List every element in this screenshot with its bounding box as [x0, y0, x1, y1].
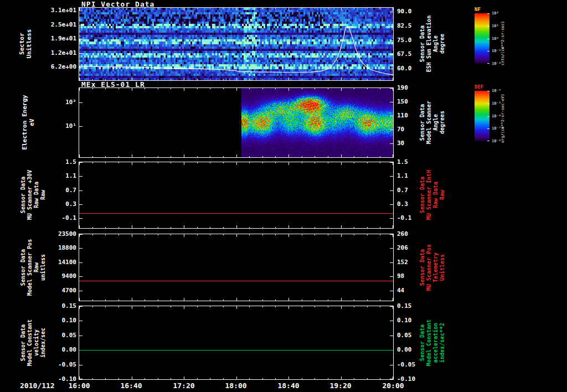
time-tick-1840: 18:40 — [262, 381, 315, 390]
tick-label: 3.1e+01 — [51, 7, 76, 14]
tick-label: 10² — [65, 99, 76, 106]
tick-label: 260 — [397, 230, 408, 238]
colorbar-def-unit: erg/(cm**2-sr-sec-eV) — [501, 90, 505, 143]
tick-label: 206 — [397, 244, 408, 251]
tick-label: 0.10 — [397, 317, 412, 324]
tick-label: 0.3 — [65, 200, 76, 208]
tick-label: 0.05 — [62, 332, 77, 339]
time-tick-1640: 16:40 — [105, 381, 157, 390]
panel1-title: NPI Vector Data — [81, 0, 154, 8]
tick-label: -0.1 — [397, 214, 412, 221]
colorbar-def — [475, 91, 489, 141]
axis-title-model-acceleration: Sensor Data Model Constant acceleration … — [419, 306, 446, 379]
axis-title-mu-scanner-30v: Sensor Data MU Scanner +30V Raw Data Raw — [20, 162, 47, 228]
panel-scanner-pos — [79, 234, 394, 301]
tick-label: 1.5 — [65, 158, 76, 166]
tick-label: 152 — [397, 259, 408, 266]
tick-label: 1.5 — [397, 158, 408, 166]
colorbar-nf — [475, 13, 489, 64]
model-constant-canvas — [79, 306, 393, 379]
tick-label: 10⁻² — [492, 61, 501, 66]
tick-label: 67.5 — [397, 50, 412, 58]
tick-label: 10⁻⁴ — [492, 89, 501, 93]
axis-title-sector: Sector Unitless — [18, 8, 33, 80]
tick-label: 9400 — [62, 272, 77, 280]
time-tick-1720: 17:20 — [158, 381, 210, 390]
tick-label: 10⁻⁷ — [492, 126, 501, 131]
tick-label: 10⁰ — [492, 37, 499, 41]
time-tick-2000: 20:00 — [367, 381, 419, 390]
tick-label: 0.00 — [62, 346, 77, 353]
tick-label: 82.5 — [397, 22, 412, 29]
tick-label: 0.3 — [397, 200, 408, 208]
tick-label: 10² — [492, 11, 499, 16]
tick-label: 70 — [397, 126, 404, 133]
tick-label: 30 — [397, 140, 404, 147]
tick-label: 1.2e+01 — [51, 49, 76, 56]
tick-label: 14100 — [58, 259, 76, 266]
tick-label: 60.0 — [397, 65, 412, 72]
els-spectrogram-canvas — [79, 88, 393, 157]
tick-label: 23500 — [58, 230, 76, 238]
scanner-pos-canvas — [79, 234, 393, 301]
date-label: 2010/112 — [20, 381, 55, 390]
tick-label: 6.2e+00 — [51, 63, 76, 70]
tick-label: 10⁻¹ — [492, 49, 501, 53]
tick-label: 10¹ — [492, 24, 499, 28]
tick-label: 0.15 — [62, 302, 77, 310]
tick-label: 150 — [397, 98, 408, 105]
npi-spectrogram-canvas — [79, 8, 393, 80]
axis-title-scanner-pos-raw: Sensor Data Model Scanner Pos Raw unitle… — [20, 234, 47, 301]
tick-label: -0.05 — [58, 361, 76, 368]
tick-label: 2.5e+01 — [51, 21, 76, 28]
tick-label: 1.1 — [65, 172, 76, 179]
tick-label: 44 — [397, 287, 404, 294]
tick-label: -0.10 — [58, 375, 76, 383]
tick-label: 4700 — [62, 287, 77, 294]
tick-label: 90.0 — [397, 8, 412, 15]
tick-label: 190 — [397, 84, 408, 91]
tick-label: -0.1 — [62, 214, 77, 221]
tick-label: -0.10 — [397, 375, 415, 383]
tick-label: 0.7 — [397, 187, 408, 194]
tick-label: 10⁻⁶ — [492, 114, 501, 118]
tick-label: 0.05 — [397, 332, 412, 339]
tick-label: 1.1 — [397, 172, 408, 179]
tick-label: 98 — [397, 272, 404, 280]
tick-label: 0.10 — [62, 317, 77, 324]
panel-els-spectrogram — [79, 87, 394, 158]
axis-title-sun-elevation: Sensor Data ESH Sun Elevation Angle degr… — [419, 8, 446, 80]
time-tick-1600: 16:00 — [53, 381, 105, 390]
colorbar-nf-unit: cnts/(cm**2-sr-sec) — [501, 12, 505, 65]
tick-label: 10¹ — [65, 122, 76, 130]
axis-title-scanner-angle: Sensor Data Model Scanner Angle degrees — [419, 88, 446, 157]
panel-mu-scanner-30v — [79, 162, 394, 229]
axis-title-mu-scanner-inth: Sensor Data MU Scanner IntH Raw Data Raw — [419, 162, 446, 228]
colorbar-def-label: DEF — [475, 84, 483, 90]
panel2-title: MEx ELS-01 LR — [81, 80, 145, 89]
panel-model-constant — [79, 306, 394, 380]
axis-title-scanner-telemetry: Sensor Data MU Scanner Pos Telemetry Uni… — [419, 234, 446, 301]
time-tick-1800: 18:00 — [210, 381, 262, 390]
tick-label: -0.05 — [397, 361, 415, 368]
tick-label: 10⁻⁸ — [492, 139, 501, 143]
axis-title-electron-energy: Electron Energy eV — [21, 88, 35, 157]
tick-label: 75.0 — [397, 37, 412, 44]
tick-label: 1.9e+01 — [51, 35, 76, 42]
mu-scanner-30v-canvas — [79, 162, 393, 228]
panel-npi-spectrogram — [79, 7, 394, 81]
colorbar-nf-label: NF — [475, 7, 481, 12]
time-tick-1920: 19:20 — [315, 381, 367, 390]
tick-label: 110 — [397, 112, 408, 119]
tick-label: 0.15 — [397, 302, 412, 310]
tick-label: 0.7 — [65, 187, 76, 194]
tick-label: 10⁻⁵ — [492, 101, 501, 106]
tick-label: 0.00 — [397, 346, 412, 353]
axis-title-model-velocity: Sensor Data Model Constant velocity inde… — [20, 306, 47, 379]
plot-figure: NPI Vector Data MEx ELS-01 LR Sector Uni… — [0, 0, 567, 392]
tick-label: 18800 — [58, 244, 76, 251]
